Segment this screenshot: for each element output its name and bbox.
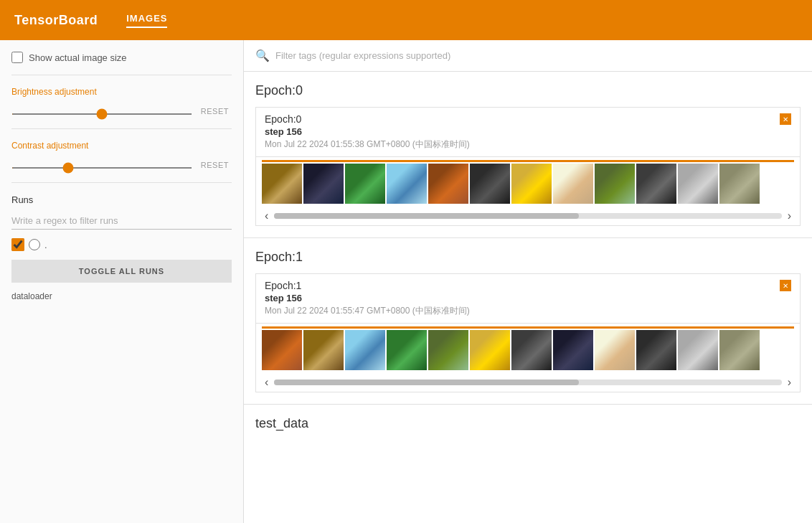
contrast-slider-container — [11, 160, 192, 171]
epoch-1-label: Epoch:1 — [265, 280, 470, 291]
image-0-2[interactable] — [303, 164, 344, 204]
image-0-1[interactable] — [262, 164, 302, 204]
epoch-0-close-button[interactable]: ✕ — [780, 113, 791, 125]
image-0-7[interactable] — [511, 164, 552, 204]
brightness-label: Brightness adjustment — [11, 87, 232, 97]
contrast-section: Contrast adjustment RESET — [11, 141, 232, 171]
epoch-0-step: step 156 — [265, 126, 470, 137]
epoch-0-prev-button[interactable]: ‹ — [262, 209, 271, 222]
run-checkbox[interactable] — [11, 238, 24, 251]
run-name-dataloader: dataloader — [11, 291, 232, 301]
epoch-0-step-label: step — [265, 126, 284, 137]
epoch-1-orange-bar — [262, 326, 794, 329]
show-actual-size-checkbox[interactable] — [11, 52, 23, 63]
epoch-1-info: Epoch:1 step 156 Mon Jul 22 2024 01:55:4… — [265, 280, 470, 317]
image-1-1[interactable] — [262, 330, 302, 370]
divider-3 — [11, 182, 232, 183]
show-actual-size-row: Show actual image size — [11, 52, 232, 63]
image-1-7[interactable] — [511, 330, 552, 370]
epoch-0-card: Epoch:0 step 156 Mon Jul 22 2024 01:55:3… — [255, 107, 801, 226]
image-1-4[interactable] — [387, 330, 427, 370]
filter-input[interactable] — [275, 50, 801, 61]
filter-bar: 🔍 — [244, 40, 812, 72]
image-0-3[interactable] — [345, 164, 385, 204]
epoch-1-close-button[interactable]: ✕ — [780, 280, 791, 291]
epoch-0-label: Epoch:0 — [265, 113, 470, 125]
divider-2 — [11, 128, 232, 129]
image-1-5[interactable] — [428, 330, 468, 370]
image-0-10[interactable] — [636, 164, 676, 204]
image-0-6[interactable] — [470, 164, 510, 204]
brightness-slider-container — [11, 106, 192, 117]
brightness-reset-button[interactable]: RESET — [198, 105, 232, 117]
epoch-1-scroll-track[interactable] — [274, 380, 781, 385]
epoch-0-scroll-track[interactable] — [274, 213, 781, 219]
contrast-reset-button[interactable]: RESET — [198, 159, 232, 171]
image-1-10[interactable] — [636, 330, 676, 370]
epoch-1-next-button[interactable]: › — [785, 376, 794, 389]
run-dot-label: . — [44, 240, 47, 250]
epoch-1-scroll-thumb — [274, 380, 578, 385]
image-0-11[interactable] — [678, 164, 718, 204]
image-0-9[interactable] — [595, 164, 635, 204]
epoch-0-step-value: 156 — [286, 126, 302, 137]
epoch-1-images-grid — [262, 330, 794, 370]
epoch-0-next-button[interactable]: › — [785, 209, 794, 222]
image-0-4[interactable] — [387, 164, 427, 204]
runs-label: Runs — [11, 194, 232, 205]
image-1-3[interactable] — [345, 330, 385, 370]
epoch-1-nav: ‹ › — [256, 373, 800, 392]
toggle-all-button[interactable]: TOGGLE ALL RUNS — [11, 260, 232, 283]
run-filter-row: . — [11, 238, 232, 251]
main-layout: Show actual image size Brightness adjust… — [0, 40, 812, 523]
show-actual-size-label: Show actual image size — [29, 52, 127, 63]
brightness-section: Brightness adjustment RESET — [11, 87, 232, 117]
app-logo: TensorBoard — [14, 13, 98, 28]
epoch-0-nav: ‹ › — [256, 207, 800, 225]
epoch-1-card-header: Epoch:1 step 156 Mon Jul 22 2024 01:55:4… — [256, 274, 800, 324]
image-1-11[interactable] — [678, 330, 718, 370]
app-header: TensorBoard IMAGES — [0, 0, 812, 40]
contrast-label: Contrast adjustment — [11, 141, 232, 151]
epoch-1-step-value: 156 — [286, 293, 302, 303]
epoch-1-card: Epoch:1 step 156 Mon Jul 22 2024 01:55:4… — [255, 273, 801, 392]
test-data-section: test_data — [244, 405, 812, 443]
image-0-8[interactable] — [553, 164, 593, 204]
epoch-0-title: Epoch:0 — [255, 83, 801, 98]
run-radio[interactable] — [29, 239, 40, 250]
image-0-12[interactable] — [719, 164, 760, 204]
image-1-2[interactable] — [303, 330, 344, 370]
epoch-1-title: Epoch:1 — [255, 250, 801, 265]
epoch-0-images — [256, 157, 800, 207]
epoch-0-section: Epoch:0 Epoch:0 step 156 Mon Jul 22 2024… — [244, 72, 812, 238]
contrast-slider[interactable] — [11, 167, 192, 169]
image-1-8[interactable] — [553, 330, 593, 370]
test-data-title: test_data — [255, 416, 801, 431]
search-icon: 🔍 — [255, 49, 270, 62]
divider-1 — [11, 75, 232, 75]
epoch-0-orange-bar — [262, 160, 794, 162]
nav-images[interactable]: IMAGES — [126, 13, 167, 28]
epoch-0-images-grid — [262, 164, 794, 204]
brightness-slider[interactable] — [11, 113, 192, 115]
image-1-9[interactable] — [595, 330, 635, 370]
image-1-12[interactable] — [719, 330, 760, 370]
image-1-6[interactable] — [470, 330, 510, 370]
contrast-slider-row: RESET — [11, 159, 232, 171]
content-area: 🔍 Epoch:0 Epoch:0 step 156 Mon Jul 22 20… — [244, 40, 812, 523]
epoch-1-section: Epoch:1 Epoch:1 step 156 Mon Jul 22 2024… — [244, 238, 812, 405]
epoch-1-prev-button[interactable]: ‹ — [262, 376, 271, 389]
epoch-0-timestamp: Mon Jul 22 2024 01:55:38 GMT+0800 (中国标准时… — [265, 138, 470, 151]
epoch-0-card-header: Epoch:0 step 156 Mon Jul 22 2024 01:55:3… — [256, 108, 800, 157]
epoch-0-info: Epoch:0 step 156 Mon Jul 22 2024 01:55:3… — [265, 113, 470, 151]
epoch-0-scroll-thumb — [274, 213, 578, 219]
epoch-1-timestamp: Mon Jul 22 2024 01:55:47 GMT+0800 (中国标准时… — [265, 305, 470, 317]
image-0-5[interactable] — [428, 164, 468, 204]
epoch-1-images — [256, 324, 800, 373]
brightness-slider-row: RESET — [11, 105, 232, 117]
sidebar: Show actual image size Brightness adjust… — [0, 40, 244, 523]
epoch-1-step: step 156 — [265, 293, 470, 303]
epoch-1-step-label: step — [265, 293, 284, 303]
regex-filter-input[interactable] — [11, 212, 232, 230]
